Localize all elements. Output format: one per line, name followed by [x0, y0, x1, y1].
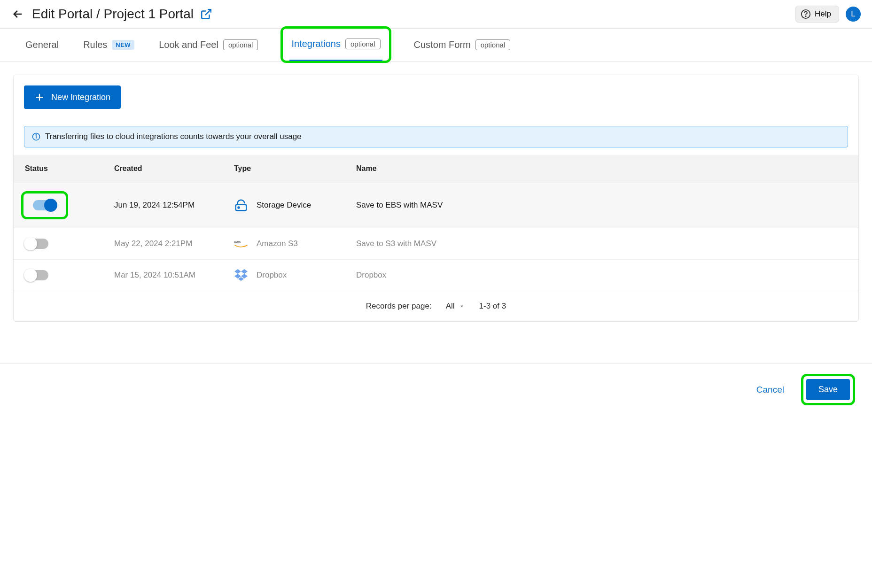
tab-bar: General Rules NEW Look and Feel optional… [0, 29, 872, 62]
table-row[interactable]: May 22, 2024 2:21PM aws Amazon S3 Save t… [14, 228, 858, 259]
svg-text:aws: aws [234, 240, 241, 244]
table-header: Status Created Type Name [14, 155, 858, 182]
status-cell [25, 239, 114, 249]
svg-point-9 [238, 207, 240, 209]
name-cell: Save to S3 with MASV [356, 239, 847, 248]
svg-point-2 [805, 16, 806, 16]
col-status: Status [25, 164, 114, 173]
info-banner: Transferring files to cloud integrations… [24, 126, 848, 147]
records-value: All [446, 302, 455, 311]
pagination: Records per page: All 1-3 of 3 [14, 291, 858, 321]
page-title: Edit Portal / Project 1 Portal [32, 7, 212, 22]
new-integration-label: New Integration [51, 93, 110, 102]
svg-marker-12 [241, 269, 248, 274]
new-integration-button[interactable]: New Integration [24, 85, 121, 109]
status-toggle[interactable] [25, 239, 48, 249]
save-button[interactable]: Save [806, 379, 850, 400]
type-label: Storage Device [257, 201, 311, 210]
tab-label: Rules [83, 39, 107, 50]
footer: Cancel Save [0, 363, 872, 416]
new-badge: NEW [112, 40, 134, 50]
cancel-button[interactable]: Cancel [756, 385, 784, 395]
created-cell: Mar 15, 2024 10:51AM [114, 271, 234, 280]
content: New Integration Transferring files to cl… [0, 62, 872, 335]
highlight-save-button: Save [801, 374, 855, 405]
tab-label: Custom Form [414, 39, 471, 50]
highlight-toggle [21, 191, 68, 219]
name-cell: Save to EBS with MASV [356, 201, 847, 210]
tab-rules[interactable]: Rules NEW [81, 29, 136, 62]
svg-rect-8 [236, 205, 247, 211]
panel-top: New Integration [14, 75, 858, 119]
header: Edit Portal / Project 1 Portal Help L [0, 0, 872, 29]
svg-marker-11 [234, 269, 241, 274]
name-cell: Dropbox [356, 271, 847, 280]
col-type: Type [234, 164, 356, 173]
header-right: Help L [795, 6, 861, 23]
tab-label: Look and Feel [159, 39, 218, 50]
col-name: Name [356, 164, 847, 173]
status-toggle[interactable] [33, 200, 56, 210]
table-row[interactable]: Jun 19, 2024 12:54PM Storage Device Save… [14, 182, 858, 228]
svg-marker-15 [238, 277, 244, 281]
avatar-letter: L [851, 9, 855, 19]
records-per-page-label: Records per page: [366, 302, 432, 311]
title-text: Edit Portal / Project 1 Portal [32, 7, 194, 22]
status-cell [25, 270, 114, 280]
type-cell: Storage Device [234, 198, 356, 212]
integrations-panel: New Integration Transferring files to cl… [13, 75, 859, 322]
aws-icon: aws [234, 237, 248, 251]
tab-label: General [25, 39, 59, 50]
help-button[interactable]: Help [795, 6, 839, 23]
header-left: Edit Portal / Project 1 Portal [11, 7, 212, 22]
optional-badge: optional [223, 39, 258, 50]
dropbox-icon [234, 268, 248, 282]
tab-custom-form[interactable]: Custom Form optional [412, 29, 513, 62]
highlight-integrations-tab: Integrations optional [280, 26, 391, 63]
tab-look-and-feel[interactable]: Look and Feel optional [157, 29, 260, 62]
status-toggle[interactable] [25, 270, 48, 280]
col-created: Created [114, 164, 234, 173]
type-label: Amazon S3 [257, 239, 298, 248]
type-cell: Dropbox [234, 268, 356, 282]
optional-badge: optional [345, 39, 381, 49]
external-link-icon[interactable] [200, 8, 212, 20]
save-label: Save [818, 385, 838, 394]
chevron-down-icon [459, 303, 465, 309]
type-label: Dropbox [257, 271, 287, 280]
svg-line-0 [205, 9, 211, 15]
status-cell [25, 191, 114, 219]
pagination-range: 1-3 of 3 [479, 302, 506, 311]
tab-label: Integrations [291, 39, 341, 49]
info-icon [32, 132, 40, 141]
optional-badge: optional [475, 39, 511, 50]
svg-point-7 [36, 135, 37, 136]
table-row[interactable]: Mar 15, 2024 10:51AM Dropbox Dropbox [14, 259, 858, 291]
tab-integrations[interactable]: Integrations optional [289, 28, 382, 61]
storage-device-icon [234, 198, 248, 212]
cancel-label: Cancel [756, 385, 784, 395]
type-cell: aws Amazon S3 [234, 237, 356, 251]
records-per-page-select[interactable]: All [446, 302, 465, 311]
avatar[interactable]: L [846, 7, 861, 22]
created-cell: Jun 19, 2024 12:54PM [114, 201, 234, 210]
help-label: Help [815, 9, 831, 19]
back-button[interactable] [11, 8, 24, 21]
created-cell: May 22, 2024 2:21PM [114, 239, 234, 248]
tab-general[interactable]: General [23, 29, 61, 62]
info-banner-text: Transferring files to cloud integrations… [45, 132, 302, 141]
